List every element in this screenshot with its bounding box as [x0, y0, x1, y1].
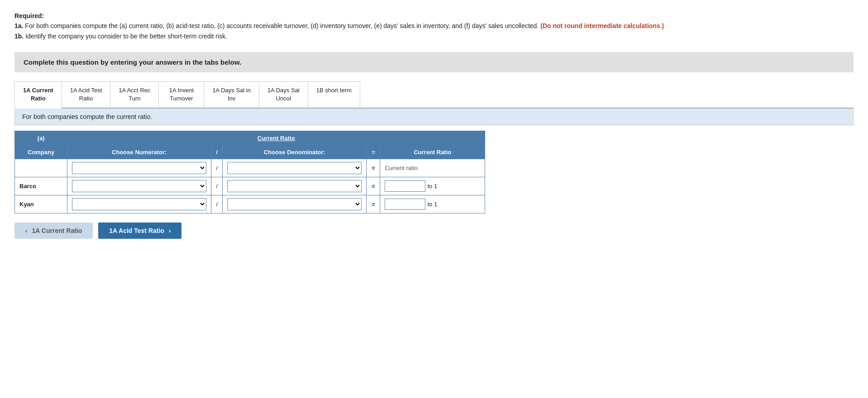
result-input-kyan[interactable]: [385, 199, 425, 210]
denominator-select-1[interactable]: [227, 162, 362, 174]
line1-prefix: 1a.: [14, 22, 23, 29]
chevron-right-icon: ›: [169, 227, 171, 234]
tab-content-description: For both companies compute the current r…: [14, 109, 854, 125]
to-1-label-barco: to 1: [427, 183, 437, 190]
line2-text: Identify the company you consider to be …: [25, 33, 227, 40]
table-row-barco: Barco / = to 1: [15, 177, 485, 195]
numerator-select-1[interactable]: [72, 162, 206, 174]
table-row-kyan: Kyan / = to 1: [15, 195, 485, 213]
line2-prefix: 1b.: [14, 33, 24, 40]
company-cell-kyan: Kyan: [15, 195, 67, 213]
slash-cell-kyan: /: [211, 195, 223, 213]
current-ratio-label: Current ratio: [385, 165, 417, 171]
to-1-label-kyan: to 1: [427, 201, 437, 208]
slash-header: /: [211, 145, 223, 159]
denominator-cell-barco[interactable]: [223, 177, 367, 195]
numerator-cell-kyan[interactable]: [67, 195, 211, 213]
navigation-buttons: ‹ 1A Current Ratio 1A Acid Test Ratio ›: [14, 223, 854, 239]
tab-1a-invent-turnover[interactable]: 1A InventTurnover: [158, 81, 204, 107]
prev-button[interactable]: ‹ 1A Current Ratio: [14, 223, 93, 239]
company-cell-empty: [15, 159, 67, 177]
numerator-select-barco[interactable]: [72, 180, 206, 192]
required-section: Required: 1a. For both companies compute…: [14, 11, 854, 41]
equals-cell-1: =: [367, 159, 380, 177]
company-header: Company: [15, 145, 67, 159]
tab-1b-short-term[interactable]: 1B short term: [308, 81, 360, 107]
numerator-cell-1[interactable]: [67, 159, 211, 177]
denominator-cell-1[interactable]: [223, 159, 367, 177]
required-heading: Required:: [14, 12, 44, 19]
table-row: / = Current ratio: [15, 159, 485, 177]
slash-cell-1: /: [211, 159, 223, 177]
ratio-table: (a) Current Ratio Company Choose Numerat…: [14, 131, 485, 213]
complete-banner: Complete this question by entering your …: [14, 52, 854, 72]
tab-1a-acct-rec-turn[interactable]: 1A Acct RecTurn: [110, 81, 158, 107]
next-button-label: 1A Acid Test Ratio: [109, 227, 164, 234]
numerator-select-kyan[interactable]: [72, 198, 206, 210]
equals-cell-barco: =: [367, 177, 380, 195]
company-cell-barco: Barco: [15, 177, 67, 195]
tab-1a-days-sal-inv[interactable]: 1A Days Sal inInv: [204, 81, 259, 107]
numerator-cell-barco[interactable]: [67, 177, 211, 195]
result-input-barco[interactable]: [385, 180, 425, 192]
table-title: Current Ratio: [67, 131, 485, 145]
line1-red: (Do not round intermediate calculations.…: [540, 22, 664, 29]
equals-header: =: [367, 145, 380, 159]
tabs-container: 1A CurrentRatio 1A Acid TestRatio 1A Acc…: [14, 81, 854, 108]
section-label-header: (a): [15, 131, 67, 145]
denominator-cell-kyan[interactable]: [223, 195, 367, 213]
numerator-header: Choose Numerator:: [67, 145, 211, 159]
equals-cell-kyan: =: [367, 195, 380, 213]
line1-text: For both companies compute the (a) curre…: [25, 22, 539, 29]
next-button[interactable]: 1A Acid Test Ratio ›: [98, 223, 181, 239]
denominator-header: Choose Denominator:: [223, 145, 367, 159]
result-header: Current Ratio: [380, 145, 485, 159]
denominator-select-barco[interactable]: [227, 180, 362, 192]
result-cell-1: Current ratio: [380, 159, 485, 177]
chevron-left-icon: ‹: [25, 227, 28, 234]
result-cell-barco[interactable]: to 1: [380, 177, 485, 195]
denominator-select-kyan[interactable]: [227, 198, 362, 210]
tab-1a-acid-test-ratio[interactable]: 1A Acid TestRatio: [62, 81, 110, 107]
ratio-table-wrapper: (a) Current Ratio Company Choose Numerat…: [14, 131, 485, 213]
prev-button-label: 1A Current Ratio: [32, 227, 82, 234]
tab-1a-current-ratio[interactable]: 1A CurrentRatio: [14, 81, 62, 108]
slash-cell-barco: /: [211, 177, 223, 195]
tab-1a-days-sal-uncol[interactable]: 1A Days SalUncol: [259, 81, 308, 107]
result-cell-kyan[interactable]: to 1: [380, 195, 485, 213]
